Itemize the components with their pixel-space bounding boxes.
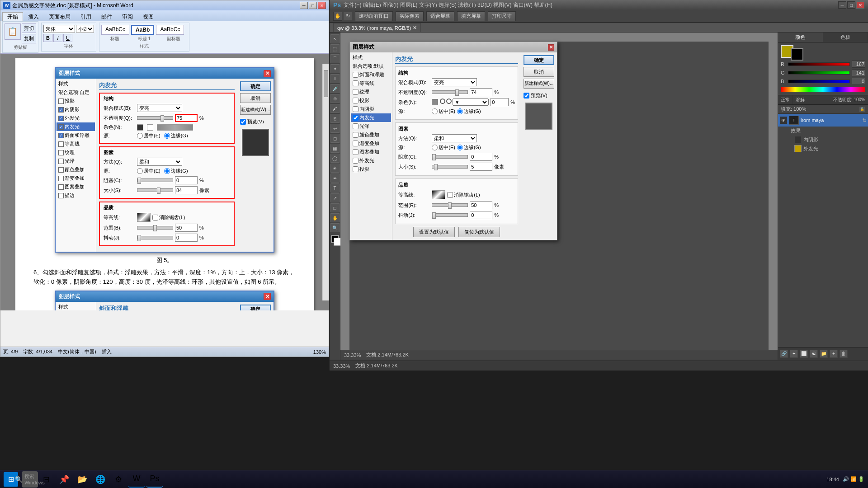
size-slider[interactable]: [137, 188, 173, 192]
ps-jibian-cb[interactable]: [353, 141, 359, 146]
ps-inner-shadow-effect[interactable]: 内阴影: [778, 135, 868, 144]
ps-d2-hunhe[interactable]: 混合选项:默认: [351, 62, 391, 70]
ps-radio-white[interactable]: [440, 99, 445, 104]
new-style-button[interactable]: 新建样式(W)...: [240, 105, 271, 115]
history-tool[interactable]: ↩: [330, 124, 340, 133]
ps-r-slider[interactable]: [788, 62, 850, 66]
ps-neiyin-cb[interactable]: [353, 106, 359, 112]
ps-style-tab[interactable]: 正常: [778, 95, 793, 104]
ps-edge-radio[interactable]: [457, 108, 463, 114]
minimize-button[interactable]: ─: [300, 2, 308, 9]
actual-pixels-btn[interactable]: 实际像素: [396, 11, 424, 21]
size-input[interactable]: [175, 186, 198, 194]
ps-preview-cb[interactable]: [524, 93, 529, 99]
foreground-color[interactable]: [331, 235, 339, 243]
style-h1[interactable]: AaBb: [131, 25, 154, 35]
ps-method-select[interactable]: 柔和: [432, 134, 477, 142]
ps-d2-guangze[interactable]: 光泽: [351, 122, 391, 131]
ps-tab-close[interactable]: ✕: [413, 25, 417, 31]
ps-file-tab[interactable]: qw @ 33.3% (irom maya, RGB/8) ✕: [333, 23, 421, 32]
ps-outer-glow-effect[interactable]: 外发光: [778, 144, 868, 153]
app-1[interactable]: 📌: [56, 471, 72, 488]
ps-edge-opt[interactable]: 边缘(G): [457, 108, 481, 115]
ps-xieming-cb[interactable]: [353, 72, 359, 78]
ps-preview-opt[interactable]: 预览(V): [524, 92, 554, 99]
dialog-1-close[interactable]: ✕: [264, 70, 271, 77]
ok-button[interactable]: 确定: [240, 81, 271, 91]
ps-blend-select[interactable]: 变亮: [432, 78, 477, 86]
ps-effect-label[interactable]: 效果: [778, 127, 868, 135]
tab-shenyue[interactable]: 审阅: [117, 12, 138, 21]
ps-link-layers-btn[interactable]: 🔗: [780, 350, 788, 358]
ps-range-slider[interactable]: [432, 203, 468, 207]
text-tool[interactable]: T: [330, 183, 340, 192]
center2-radio[interactable]: [137, 168, 143, 174]
ps-radio-gray[interactable]: [446, 99, 452, 104]
ps-new-style-btn[interactable]: 新建样式(W)...: [524, 79, 554, 89]
paste-button[interactable]: 📋: [5, 23, 21, 40]
ps-choke-slider[interactable]: [432, 155, 468, 159]
dialog-2-close[interactable]: ✕: [264, 293, 271, 300]
ps-touying-cb[interactable]: [353, 98, 359, 103]
ps-b-slider[interactable]: [788, 80, 850, 83]
ps-add-group-btn[interactable]: 📁: [820, 350, 828, 358]
ps-choke-input[interactable]: [470, 153, 492, 161]
crop-tool[interactable]: ⌗: [330, 74, 340, 83]
edge-option[interactable]: 边缘(G): [164, 132, 188, 139]
contour-preview[interactable]: [137, 213, 151, 222]
ps-tuan-cb[interactable]: [353, 149, 359, 155]
d2-ok-button[interactable]: 确定: [240, 305, 271, 310]
edge2-radio[interactable]: [164, 168, 170, 174]
ps-add-mask-btn[interactable]: ⬜: [800, 350, 808, 358]
edge-radio[interactable]: [164, 133, 170, 139]
ps-layer-eye-icon[interactable]: 👁: [780, 117, 787, 124]
gradient-tool[interactable]: ▦: [330, 144, 340, 153]
tab-yemian[interactable]: 页面布局: [44, 12, 75, 21]
d2-style-yangshi[interactable]: 样式: [57, 303, 95, 310]
ps-d2-touying2[interactable]: 投影: [351, 165, 391, 174]
app-ps-running[interactable]: Ps: [146, 471, 163, 488]
color-swatch-light[interactable]: [147, 124, 153, 131]
ps-d2-waifa[interactable]: 外发光: [351, 156, 391, 165]
style-item-waifa[interactable]: ✓ 外发光: [57, 114, 95, 122]
style-item-neiyin[interactable]: ✓ 内阴影: [57, 105, 95, 114]
tab-charu[interactable]: 插入: [23, 12, 44, 21]
magic-wand-tool[interactable]: ✦: [330, 64, 340, 73]
ps-g-slider[interactable]: [788, 71, 850, 75]
style-item-neifa[interactable]: ✓ 内发光: [57, 122, 95, 131]
style-item-gaoxian[interactable]: 等高线: [57, 140, 95, 148]
edge2-option[interactable]: 边缘(G): [164, 168, 188, 174]
ps-delete-layer-btn[interactable]: 🗑: [840, 350, 848, 358]
ps-dialog-close[interactable]: ✕: [548, 44, 554, 51]
tab-kaishi[interactable]: 开始: [2, 12, 23, 21]
dodge-tool[interactable]: ☀: [330, 164, 340, 173]
ps-color-spectrum[interactable]: [781, 87, 865, 92]
ps-lock-icon[interactable]: 🔒: [859, 106, 865, 113]
ps-noise-select[interactable]: ▼: [453, 99, 489, 106]
app-2[interactable]: 📂: [74, 471, 90, 488]
ps-waifa-cb[interactable]: [353, 158, 359, 164]
ps-background-swatch[interactable]: [791, 48, 803, 61]
ps-opacity-input[interactable]: [470, 88, 492, 96]
hand-tool[interactable]: ✋: [333, 12, 342, 21]
ps-contour-preview[interactable]: [432, 190, 445, 199]
ps-adjust-tab[interactable]: 溶解: [793, 95, 807, 104]
ps-opacity-slider[interactable]: [432, 90, 468, 94]
ps-center2-radio[interactable]: [432, 145, 438, 150]
taskview-btn[interactable]: ⊟: [38, 471, 54, 488]
ps-edge2-opt[interactable]: 边缘(G): [457, 144, 481, 151]
center2-option[interactable]: 居中(E): [137, 168, 160, 174]
ps-cancel-btn[interactable]: 取消: [524, 67, 554, 77]
ps-d2-tuan[interactable]: 图案叠加: [351, 148, 391, 156]
ps-center-radio[interactable]: [432, 108, 438, 114]
color-swatch-dark[interactable]: [137, 124, 143, 131]
ps-yanse-cb[interactable]: [353, 132, 359, 138]
style-h2[interactable]: AaBbCc: [156, 25, 184, 35]
ps-close[interactable]: ✕: [856, 1, 864, 9]
move-tool[interactable]: ↖: [330, 34, 340, 43]
ps-guangze-cb[interactable]: [353, 123, 359, 129]
ps-edge2-radio[interactable]: [457, 145, 463, 150]
ps-wenli-cb[interactable]: [353, 89, 359, 95]
ps-d2-yanse[interactable]: 颜色叠加: [351, 131, 391, 139]
anti-alias-option[interactable]: 消除锯齿(L): [152, 214, 185, 221]
